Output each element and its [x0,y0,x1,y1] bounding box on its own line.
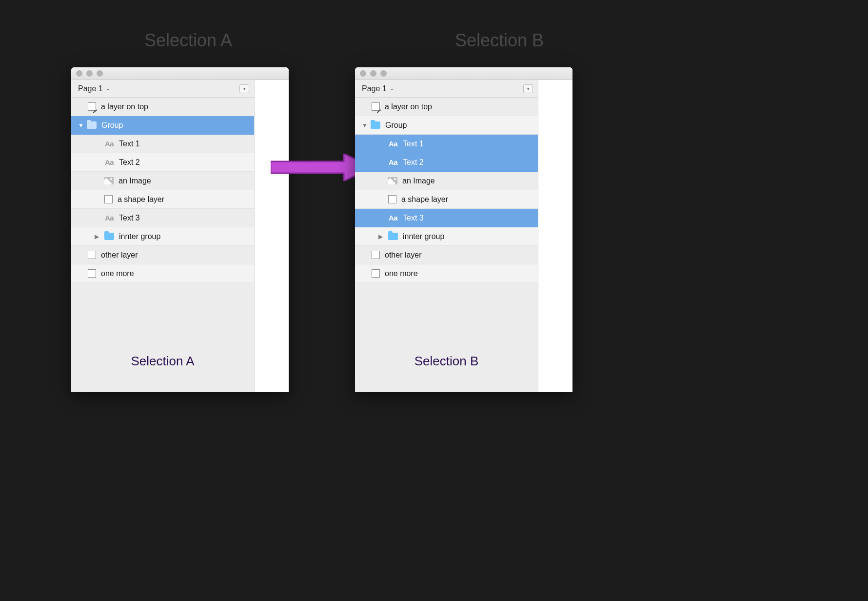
text-icon: Aa [104,158,114,166]
window-titlebar [355,67,572,80]
traffic-light-close-icon[interactable] [76,70,82,77]
layer-row[interactable]: a shape layer [71,190,254,209]
disclosure-triangle-icon[interactable]: ▼ [78,122,84,129]
layer-label: one more [385,269,418,278]
layer-label: innter group [119,232,160,241]
traffic-light-zoom-icon[interactable] [97,70,103,77]
folder-icon [104,233,114,240]
layer-row[interactable]: Aa Text 3 [355,209,538,227]
folder-icon [87,121,97,129]
layer-label: Text 2 [403,158,424,167]
image-icon [104,177,114,184]
page-selector[interactable]: Page 1 ⌄ ▾ [355,80,538,98]
layer-row[interactable]: Aa Text 1 [355,135,538,153]
shape-icon [388,195,396,203]
pen-icon [88,102,96,111]
layer-row[interactable]: one more [71,264,254,283]
traffic-light-minimize-icon[interactable] [86,70,93,77]
disclosure-triangle-icon[interactable]: ▼ [362,122,368,129]
layers-sidebar: Page 1 ⌄ ▾ a layer on top ▼ Group Aa Tex… [355,80,538,392]
layer-label: Text 1 [403,140,424,148]
panel-selection-b: Page 1 ⌄ ▾ a layer on top ▼ Group Aa Tex… [355,67,572,392]
traffic-light-close-icon[interactable] [360,70,366,77]
layer-row[interactable]: Aa Text 2 [355,153,538,172]
layer-row[interactable]: ▼ Group [355,116,538,135]
layer-row[interactable]: other layer [71,246,254,264]
layer-row[interactable]: other layer [355,246,538,264]
heading-selection-a: Selection A [144,30,232,51]
layer-row[interactable]: Aa Text 1 [71,135,254,153]
layer-label: Text 2 [119,158,140,167]
layer-label: a layer on top [101,102,148,111]
layers-sidebar: Page 1 ⌄ ▾ a layer on top ▼ Group Aa Tex… [71,80,255,392]
folder-icon [371,121,380,129]
shape-icon [372,269,380,278]
layer-label: other layer [101,251,138,260]
traffic-light-minimize-icon[interactable] [370,70,376,77]
layer-row[interactable]: ▶ innter group [71,227,254,246]
layer-row[interactable]: a layer on top [71,98,254,116]
layer-row[interactable]: an Image [71,172,254,190]
page-selector-label: Page 1 [362,84,387,93]
image-icon [388,177,397,184]
layer-row[interactable]: Aa Text 3 [71,209,254,227]
text-icon: Aa [104,140,114,148]
page-selector[interactable]: Page 1 ⌄ ▾ [71,80,254,98]
layer-row[interactable]: Aa Text 2 [71,153,254,172]
text-icon: Aa [388,140,398,148]
disclosure-triangle-icon[interactable]: ▶ [95,233,99,240]
page-list-button[interactable]: ▾ [523,84,533,93]
panel-caption: Selection B [414,354,479,369]
chevron-down-icon: ⌄ [106,85,110,92]
shape-icon [88,251,96,259]
shape-icon [372,251,380,259]
layer-label: Text 3 [119,214,140,222]
layer-row[interactable]: a layer on top [355,98,538,116]
layer-row[interactable]: a shape layer [355,190,538,209]
pen-icon [372,102,380,111]
layer-label: an Image [118,177,151,185]
window-titlebar [71,67,289,80]
page-list-button[interactable]: ▾ [239,84,249,93]
layer-label: a shape layer [118,195,164,204]
layer-label: Group [101,121,123,130]
shape-icon [104,195,113,203]
layer-label: Text 1 [119,140,140,148]
text-icon: Aa [388,158,398,166]
layer-label: a shape layer [401,195,448,204]
panel-selection-a: Page 1 ⌄ ▾ a layer on top ▼ Group Aa Tex… [71,67,289,392]
text-icon: Aa [388,214,398,222]
folder-icon [388,233,398,240]
layer-label: one more [101,269,134,278]
layer-label: innter group [403,232,444,241]
shape-icon [88,269,96,278]
layer-row[interactable]: ▶ innter group [355,227,538,246]
layer-row[interactable]: one more [355,264,538,283]
heading-selection-b: Selection B [455,30,544,51]
layer-label: an Image [402,177,435,185]
layer-label: Group [385,121,407,130]
layer-label: other layer [385,251,422,260]
layer-row[interactable]: ▼ Group [71,116,254,135]
text-icon: Aa [104,214,114,222]
disclosure-triangle-icon[interactable]: ▶ [378,233,383,240]
layer-row[interactable]: an Image [355,172,538,190]
chevron-down-icon: ⌄ [390,85,394,92]
panel-caption: Selection A [131,354,194,369]
traffic-light-zoom-icon[interactable] [380,70,387,77]
layer-label: Text 3 [403,214,424,222]
layer-label: a layer on top [385,102,432,111]
page-selector-label: Page 1 [78,84,103,93]
